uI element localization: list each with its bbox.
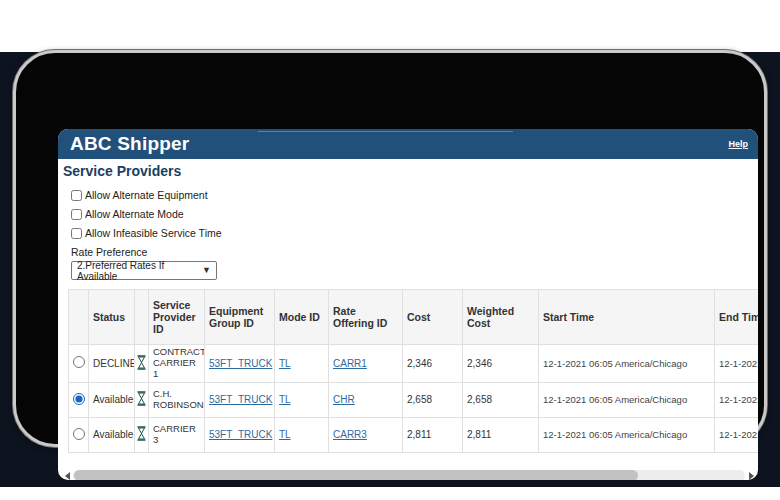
hourglass-icon bbox=[137, 391, 146, 406]
col-header-status: Status bbox=[89, 290, 135, 345]
status-cell: Available bbox=[89, 382, 135, 417]
col-header-select bbox=[69, 290, 89, 345]
col-header-rate-offering-id: Rate Offering ID bbox=[329, 290, 403, 345]
tablet-frame: ABC Shipper Help Service Providers Allow… bbox=[13, 50, 767, 447]
col-header-service-provider-id: Service Provider ID bbox=[149, 290, 205, 345]
equipment-group-link[interactable]: 53FT_TRUCK bbox=[209, 358, 272, 369]
equipment-group-link[interactable]: 53FT_TRUCK bbox=[209, 394, 272, 405]
service-provider-cell: CARRIER 3 bbox=[149, 417, 205, 452]
providers-table: Status Service Provider ID Equipment Gro… bbox=[68, 289, 758, 453]
hourglass-icon bbox=[137, 355, 146, 370]
col-header-flag bbox=[135, 290, 149, 345]
allow-alternate-equipment-checkbox[interactable] bbox=[71, 190, 82, 201]
app-title: ABC Shipper bbox=[58, 133, 189, 155]
app-header-bar: ABC Shipper Help bbox=[58, 129, 758, 159]
tablet-screen: ABC Shipper Help Service Providers Allow… bbox=[58, 129, 758, 480]
cost-cell: 2,658 bbox=[403, 382, 463, 417]
allow-alternate-mode-checkbox[interactable] bbox=[71, 209, 82, 220]
cost-cell: 2,811 bbox=[403, 417, 463, 452]
scroll-left-arrow[interactable] bbox=[63, 470, 71, 480]
col-header-weighted-cost: Weighted Cost bbox=[463, 290, 539, 345]
row-select-radio[interactable] bbox=[73, 428, 85, 440]
weighted-cost-cell: 2,811 bbox=[463, 417, 539, 452]
hourglass-icon bbox=[137, 426, 146, 441]
rate-offering-link[interactable]: CARR1 bbox=[333, 358, 367, 369]
providers-table-viewport: Status Service Provider ID Equipment Gro… bbox=[68, 289, 758, 453]
col-header-start-time: Start Time bbox=[539, 290, 715, 345]
status-cell: Available bbox=[89, 417, 135, 452]
option-label: Allow Alternate Mode bbox=[85, 208, 184, 220]
flag-cell bbox=[135, 417, 149, 452]
flag-cell bbox=[135, 382, 149, 417]
service-provider-cell: C.H. ROBINSON bbox=[149, 382, 205, 417]
end-time-cell: 12-1-2021 06:05 America/Chicago bbox=[715, 382, 759, 417]
col-header-equipment-group-id: Equipment Group ID bbox=[205, 290, 275, 345]
cost-cell: 2,346 bbox=[403, 345, 463, 383]
service-provider-cell: CONTRACT CARRIER 1 bbox=[149, 345, 205, 383]
row-select-radio[interactable] bbox=[73, 356, 85, 368]
rate-offering-link[interactable]: CHR bbox=[333, 394, 355, 405]
status-cell: DECLINED bbox=[89, 345, 135, 383]
end-time-cell: 12-1-2021 06:05 America/Chicago bbox=[715, 417, 759, 452]
mode-link[interactable]: TL bbox=[279, 429, 291, 440]
row-select-radio[interactable] bbox=[73, 393, 85, 405]
option-row-infeasible-service-time: Allow Infeasible Service Time bbox=[71, 225, 758, 241]
rate-offering-link[interactable]: CARR3 bbox=[333, 429, 367, 440]
options-group: Allow Alternate Equipment Allow Alternat… bbox=[71, 187, 758, 241]
start-time-cell: 12-1-2021 06:05 America/Chicago bbox=[539, 382, 715, 417]
start-time-cell: 12-1-2021 06:05 America/Chicago bbox=[539, 417, 715, 452]
flag-cell bbox=[135, 345, 149, 383]
weighted-cost-cell: 2,658 bbox=[463, 382, 539, 417]
rate-preference-value: 2.Preferred Rates If Available bbox=[77, 260, 202, 282]
chevron-down-icon: ▼ bbox=[202, 266, 211, 275]
table-row: Available CARRIER 3 53FT_TRUCK TL CARR3 … bbox=[69, 417, 759, 452]
end-time-cell: 12-1-2021 06:05 America/Chicago bbox=[715, 345, 759, 383]
table-row: DECLINED CONTRACT CARRIER 1 53FT_TRUCK T… bbox=[69, 345, 759, 383]
option-row-alternate-equipment: Allow Alternate Equipment bbox=[71, 187, 758, 203]
page-title: Service Providers bbox=[63, 163, 758, 179]
scrollbar-thumb[interactable] bbox=[74, 470, 638, 480]
col-header-cost: Cost bbox=[403, 290, 463, 345]
col-header-mode-id: Mode ID bbox=[275, 290, 329, 345]
table-header-row: Status Service Provider ID Equipment Gro… bbox=[69, 290, 759, 345]
start-time-cell: 12-1-2021 06:05 America/Chicago bbox=[539, 345, 715, 383]
option-row-alternate-mode: Allow Alternate Mode bbox=[71, 206, 758, 222]
weighted-cost-cell: 2,346 bbox=[463, 345, 539, 383]
col-header-end-time: End Time bbox=[715, 290, 759, 345]
scrollbar-track[interactable] bbox=[73, 470, 745, 480]
allow-infeasible-service-time-checkbox[interactable] bbox=[71, 228, 82, 239]
equipment-group-link[interactable]: 53FT_TRUCK bbox=[209, 429, 272, 440]
option-label: Allow Alternate Equipment bbox=[85, 189, 208, 201]
help-link[interactable]: Help bbox=[728, 139, 748, 149]
rate-preference-select[interactable]: 2.Preferred Rates If Available ▼ bbox=[71, 261, 217, 280]
mode-link[interactable]: TL bbox=[279, 358, 291, 369]
horizontal-scrollbar bbox=[63, 470, 755, 480]
table-row: Available C.H. ROBINSON 53FT_TRUCK TL CH… bbox=[69, 382, 759, 417]
rate-preference-label: Rate Preference bbox=[71, 246, 758, 258]
mode-link[interactable]: TL bbox=[279, 394, 291, 405]
option-label: Allow Infeasible Service Time bbox=[85, 227, 222, 239]
